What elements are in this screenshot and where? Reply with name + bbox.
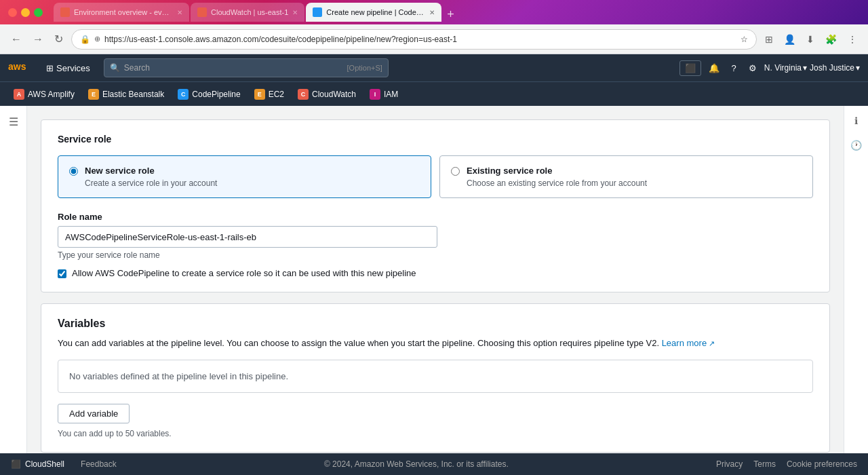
back-button[interactable]: ← [8, 31, 24, 48]
close-dot[interactable] [8, 8, 17, 17]
new-tab-button[interactable]: + [443, 7, 458, 22]
tab-cloudwatch-close[interactable]: ✕ [292, 9, 298, 16]
services-button[interactable]: ⊞ Services [41, 60, 96, 76]
svg-text:aws: aws [8, 61, 26, 72]
tab-cloudwatch-icon [197, 7, 207, 17]
cloudwatch-icon: C [298, 89, 309, 100]
menu-icon[interactable]: ⋮ [845, 31, 860, 48]
navbar-icons: ⬛ 🔔 ? ⚙ N. Virginia ▾ Josh Justice ▾ [679, 60, 860, 76]
new-role-text: New service role Create a service role i… [85, 166, 217, 188]
tab-pipeline-title: Create new pipeline | CodePipe... [326, 8, 425, 16]
tab-env[interactable]: Environment overview - events... ✕ [54, 3, 189, 22]
clock-icon[interactable]: 🕐 [846, 136, 866, 155]
ec2-label: EC2 [269, 90, 284, 99]
lock-icon: ⊕ [94, 35, 100, 43]
bookmark-icon[interactable]: ☆ [741, 35, 748, 44]
amplify-icon: A [14, 89, 24, 100]
terminal-button[interactable]: ⬛ [679, 60, 701, 76]
help-button[interactable]: ? [727, 61, 741, 75]
minimize-dot[interactable] [21, 8, 30, 17]
info-icon[interactable]: ℹ [850, 111, 862, 130]
download-icon[interactable]: ⬇ [804, 31, 817, 48]
cloudshell-button[interactable]: ⬛ CloudShell [11, 459, 64, 469]
service-role-section: Service role New service role Create a s… [41, 120, 829, 292]
browser-tabs: Environment overview - events... ✕ Cloud… [54, 3, 860, 22]
role-name-label: Role name [58, 212, 813, 222]
variables-title: Variables [58, 318, 813, 330]
add-variable-button[interactable]: Add variable [58, 404, 130, 423]
privacy-link[interactable]: Privacy [716, 459, 743, 469]
url-text: https://us-east-1.console.aws.amazon.com… [104, 35, 736, 44]
shortcut-iam[interactable]: I IAM [364, 86, 403, 102]
role-name-input[interactable] [58, 226, 437, 248]
services-label: Services [56, 63, 90, 73]
role-name-group: Role name Type your service role name [58, 212, 813, 260]
settings-button[interactable]: ⚙ [744, 61, 762, 75]
sidebar: ☰ [0, 106, 27, 475]
region-selector[interactable]: N. Virginia ▾ [764, 63, 807, 73]
role-name-hint: Type your service role name [58, 250, 813, 260]
codepipeline-label: CodePipeline [192, 90, 240, 99]
feedback-label[interactable]: Feedback [81, 459, 117, 469]
extensions-icon[interactable]: 🧩 [823, 31, 840, 48]
grid-icon[interactable]: ⊞ [762, 31, 776, 48]
shortcut-elastic-beanstalk[interactable]: E Elastic Beanstalk [83, 86, 170, 102]
tab-pipeline-close[interactable]: ✕ [429, 9, 435, 16]
cloudshell-icon: ⬛ [11, 459, 21, 469]
variables-description: You can add variables at the pipeline le… [58, 337, 813, 350]
user-chevron: ▾ [856, 63, 860, 73]
tab-env-title: Environment overview - events... [74, 8, 173, 16]
footer-right: Privacy Terms Cookie preferences [716, 459, 857, 469]
search-bar[interactable]: 🔍 Search [Option+S] [104, 58, 389, 77]
url-bar[interactable]: 🔒 ⊕ https://us-east-1.console.aws.amazon… [71, 29, 757, 50]
existing-role-title: Existing service role [467, 166, 647, 176]
region-label: N. Virginia [764, 63, 802, 73]
tab-cloudwatch[interactable]: CloudWatch | us-east-1 ✕ [191, 3, 304, 22]
existing-role-description: Choose an existing service role from you… [467, 178, 647, 188]
profile-icon[interactable]: 👤 [781, 31, 798, 48]
search-shortcut: [Option+S] [347, 64, 382, 72]
footer-left: ⬛ CloudShell Feedback [11, 459, 117, 469]
maximize-dot[interactable] [34, 8, 43, 17]
existing-role-radio[interactable] [451, 167, 460, 176]
address-icons: ⊞ 👤 ⬇ 🧩 ⋮ [762, 31, 860, 48]
allow-codepipeline-label: Allow AWS CodePipeline to create a servi… [72, 268, 416, 278]
cookie-preferences-link[interactable]: Cookie preferences [787, 459, 857, 469]
sidebar-menu-icon[interactable]: ☰ [5, 111, 22, 132]
address-bar: ← → ↻ 🔒 ⊕ https://us-east-1.console.aws.… [0, 24, 868, 54]
new-role-radio[interactable] [69, 167, 78, 176]
forward-button[interactable]: → [30, 31, 46, 48]
new-service-role-option[interactable]: New service role Create a service role i… [58, 155, 431, 198]
window-controls [8, 8, 43, 17]
shortcut-ec2[interactable]: E EC2 [249, 86, 290, 102]
content-area: Service role New service role Create a s… [27, 106, 844, 475]
shortcut-cloudwatch[interactable]: C CloudWatch [292, 86, 361, 102]
iam-label: IAM [384, 90, 398, 99]
tab-pipeline-icon [313, 7, 322, 17]
learn-more-link[interactable]: Learn more ↗ [662, 337, 715, 350]
variables-desc-text: You can add variables at the pipeline le… [58, 338, 659, 348]
service-shortcuts: A AWS Amplify E Elastic Beanstalk C Code… [0, 81, 868, 106]
main-layout: ☰ Service role New service role Create a… [0, 106, 868, 475]
search-placeholder: Search [124, 63, 150, 73]
add-limit-text: You can add up to 50 variables. [58, 429, 813, 438]
existing-service-role-option[interactable]: Existing service role Choose an existing… [439, 155, 813, 198]
browser-chrome: Environment overview - events... ✕ Cloud… [0, 0, 868, 24]
refresh-button[interactable]: ↻ [52, 30, 66, 48]
iam-icon: I [370, 89, 380, 100]
notifications-button[interactable]: 🔔 [704, 61, 724, 75]
tab-pipeline[interactable]: Create new pipeline | CodePipe... ✕ [306, 3, 441, 22]
shortcut-amplify[interactable]: A AWS Amplify [8, 86, 80, 102]
shortcut-codepipeline[interactable]: C CodePipeline [172, 86, 245, 102]
tab-env-close[interactable]: ✕ [177, 9, 182, 16]
user-menu[interactable]: Josh Justice ▾ [810, 63, 860, 73]
terms-link[interactable]: Terms [753, 459, 776, 469]
allow-codepipeline-checkbox[interactable] [58, 269, 66, 278]
no-variables-text: No variables defined at the pipeline lev… [69, 371, 802, 381]
search-icon: 🔍 [110, 63, 120, 73]
learn-more-label: Learn more [662, 337, 707, 350]
amplify-label: AWS Amplify [28, 90, 75, 99]
existing-role-text: Existing service role Choose an existing… [467, 166, 647, 188]
footer-copyright: © 2024, Amazon Web Services, Inc. or its… [117, 459, 716, 469]
grid-icon: ⊞ [46, 63, 54, 73]
